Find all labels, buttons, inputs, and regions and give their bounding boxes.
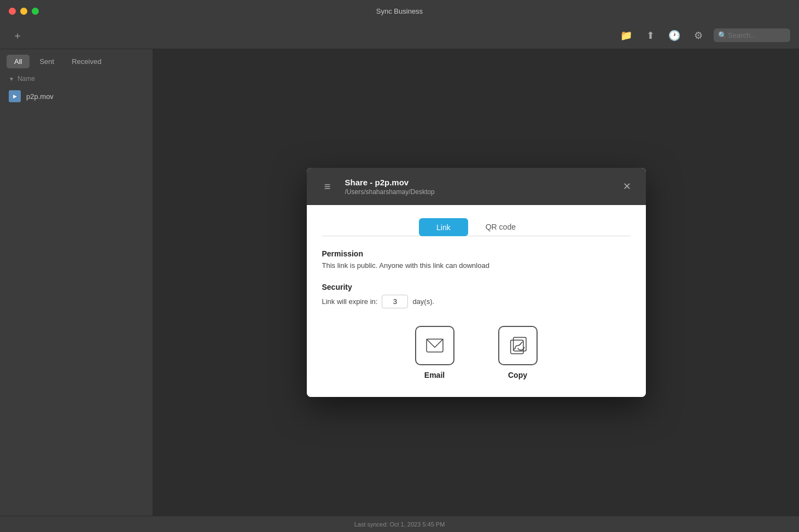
email-icon-box bbox=[415, 326, 454, 365]
upload-button[interactable]: ⬆ bbox=[641, 27, 659, 44]
sidebar-section: ▼ Name bbox=[0, 68, 153, 86]
dialog-header: ≡ Share - p2p.mov /Users/shaharshamay/De… bbox=[307, 168, 646, 205]
dialog-body: Link QR code Permission This link is pub… bbox=[307, 205, 646, 397]
copy-button[interactable]: Copy bbox=[498, 326, 538, 379]
file-icon: ▶ bbox=[9, 90, 21, 102]
security-row: Link will expire in: day(s). bbox=[322, 295, 631, 308]
toolbar: ＋ 📁 ⬆ 🕐 ⚙ 🔍 bbox=[0, 22, 799, 49]
traffic-lights bbox=[9, 8, 39, 15]
permission-description: This link is public. Anyone with this li… bbox=[322, 261, 631, 270]
search-wrapper: 🔍 bbox=[714, 28, 790, 42]
permission-section: Permission This link is public. Anyone w… bbox=[322, 249, 631, 270]
settings-button[interactable]: ⚙ bbox=[690, 27, 707, 44]
expire-days-input[interactable] bbox=[382, 295, 408, 308]
list-item[interactable]: ▶ p2p.mov bbox=[0, 86, 153, 107]
toolbar-right: 📁 ⬆ 🕐 ⚙ 🔍 bbox=[617, 27, 790, 44]
actions-row: Email bbox=[322, 326, 631, 379]
tab-link[interactable]: Link bbox=[419, 218, 468, 236]
email-button[interactable]: Email bbox=[415, 326, 454, 379]
history-button[interactable]: 🕐 bbox=[666, 27, 683, 44]
permission-title: Permission bbox=[322, 249, 631, 258]
minimize-button[interactable] bbox=[20, 8, 27, 15]
folder-button[interactable]: 📁 bbox=[617, 27, 635, 44]
statusbar-text: Last synced: Oct 1, 2023 5:45 PM bbox=[354, 521, 445, 528]
content-area: ≡ Share - p2p.mov /Users/shaharshamay/De… bbox=[153, 49, 799, 516]
close-button[interactable] bbox=[9, 8, 16, 15]
chevron-down-icon: ▼ bbox=[9, 76, 14, 82]
svg-rect-2 bbox=[513, 337, 526, 351]
tab-received[interactable]: Received bbox=[64, 55, 109, 68]
upload-icon: ⬆ bbox=[646, 30, 655, 42]
window-title: Sync Business bbox=[376, 7, 423, 15]
copy-label: Copy bbox=[508, 371, 527, 379]
dialog-tabs: Link QR code bbox=[322, 218, 631, 236]
svg-rect-1 bbox=[510, 340, 523, 354]
plus-icon: ＋ bbox=[13, 29, 22, 42]
dialog-subtitle: /Users/shaharshamay/Desktop bbox=[345, 188, 612, 196]
sidebar-tabs: All Sent Received bbox=[0, 49, 153, 68]
modal-overlay: ≡ Share - p2p.mov /Users/shaharshamay/De… bbox=[153, 49, 799, 516]
sidebar: All Sent Received ▼ Name ▶ p2p.mov bbox=[0, 49, 153, 516]
main-area: All Sent Received ▼ Name ▶ p2p.mov bbox=[0, 49, 799, 516]
email-icon bbox=[424, 335, 446, 356]
app-window: Sync Business ＋ 📁 ⬆ 🕐 ⚙ 🔍 bbox=[0, 0, 799, 532]
titlebar: Sync Business bbox=[0, 0, 799, 22]
dialog-title-block: Share - p2p.mov /Users/shaharshamay/Desk… bbox=[345, 178, 612, 196]
copy-icon-box bbox=[498, 326, 538, 365]
statusbar: Last synced: Oct 1, 2023 5:45 PM bbox=[0, 516, 799, 532]
tab-qrcode[interactable]: QR code bbox=[468, 218, 533, 236]
lines-icon: ≡ bbox=[324, 180, 331, 193]
file-name: p2p.mov bbox=[26, 92, 54, 101]
gear-icon: ⚙ bbox=[694, 30, 703, 42]
svg-line-4 bbox=[521, 342, 522, 343]
share-dialog: ≡ Share - p2p.mov /Users/shaharshamay/De… bbox=[307, 168, 646, 397]
dialog-file-icon: ≡ bbox=[318, 177, 337, 196]
copy-link-icon bbox=[507, 335, 529, 356]
dialog-title: Share - p2p.mov bbox=[345, 178, 612, 187]
expire-prefix: Link will expire in: bbox=[322, 297, 378, 306]
dialog-close-button[interactable]: ✕ bbox=[620, 179, 635, 194]
section-header-label: Name bbox=[18, 75, 35, 83]
tab-sent[interactable]: Sent bbox=[32, 55, 62, 68]
email-label: Email bbox=[424, 371, 445, 379]
search-icon: 🔍 bbox=[718, 31, 727, 39]
security-section: Security Link will expire in: day(s). bbox=[322, 283, 631, 308]
tab-all[interactable]: All bbox=[7, 55, 30, 68]
security-title: Security bbox=[322, 283, 631, 291]
expire-suffix: day(s). bbox=[412, 297, 434, 306]
clock-icon: 🕐 bbox=[668, 30, 680, 42]
add-button[interactable]: ＋ bbox=[9, 27, 26, 44]
maximize-button[interactable] bbox=[32, 8, 39, 15]
folder-icon: 📁 bbox=[620, 30, 632, 42]
